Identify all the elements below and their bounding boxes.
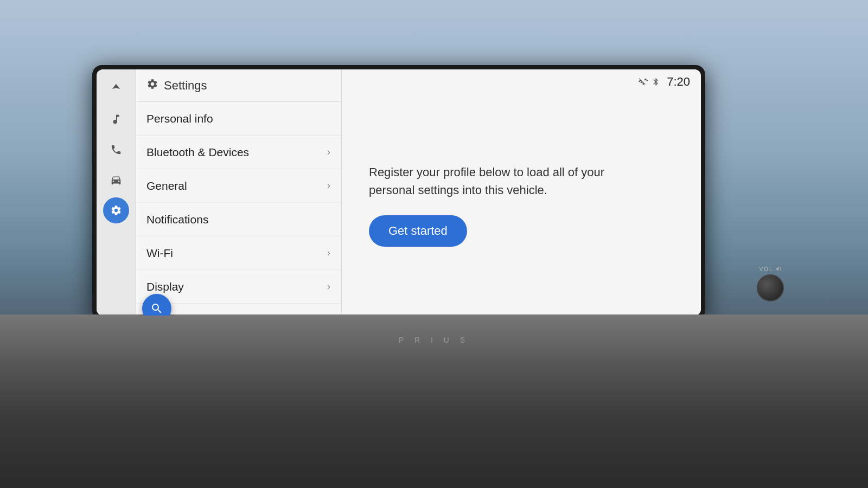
vol-label: VOL [759,266,781,272]
chevron-right-icon-display: › [327,281,330,292]
sidebar-item-car[interactable] [103,167,129,193]
nav-sidebar [97,69,136,316]
content-area: 7:20 Register your profile below to load… [342,69,701,316]
settings-header: Settings [136,69,341,102]
chevron-right-icon-wifi: › [327,247,330,259]
chevron-right-icon-bluetooth: › [327,146,330,158]
menu-item-wifi[interactable]: Wi-Fi › [136,236,341,270]
settings-menu: Personal info Bluetooth & Devices › Gene… [136,102,341,316]
vol-control: VOL [757,266,784,301]
menu-item-bluetooth-label: Bluetooth & Devices [146,146,249,159]
menu-item-personal-info[interactable]: Personal info [136,102,341,136]
sidebar-item-phone[interactable] [103,137,129,163]
menu-item-personal-info-label: Personal info [146,112,213,125]
menu-item-display-label: Display [146,280,184,293]
status-bar: 7:20 [342,69,701,94]
menu-item-general[interactable]: General › [136,169,341,203]
brand-text: P R I U S [399,336,469,344]
sidebar-item-navigation[interactable] [103,76,129,102]
sidebar-item-music[interactable] [103,106,129,132]
menu-item-wifi-label: Wi-Fi [146,247,173,260]
get-started-button[interactable]: Get started [369,215,467,247]
wifi-off-icon [639,77,648,87]
menu-item-notifications[interactable]: Notifications [136,203,341,236]
profile-description: Register your profile below to load all … [369,163,640,199]
vol-knob[interactable] [757,274,784,301]
menu-item-bluetooth[interactable]: Bluetooth & Devices › [136,136,341,169]
settings-title: Settings [164,79,207,93]
sidebar-item-settings[interactable] [103,197,129,223]
brand-badge: P R I U S [399,336,469,344]
main-content: Register your profile below to load all … [342,94,701,316]
status-icons [639,77,660,87]
settings-panel: Settings Personal info Bluetooth & Devic… [136,69,342,316]
bluetooth-icon [652,78,660,86]
status-time: 7:20 [667,75,690,89]
chevron-right-icon-general: › [327,180,330,191]
menu-item-general-label: General [146,179,187,192]
screen-bezel: Settings Personal info Bluetooth & Devic… [92,65,705,320]
menu-item-notifications-label: Notifications [146,213,208,226]
infotainment-screen: Settings Personal info Bluetooth & Devic… [97,69,701,316]
settings-header-icon [146,78,158,93]
